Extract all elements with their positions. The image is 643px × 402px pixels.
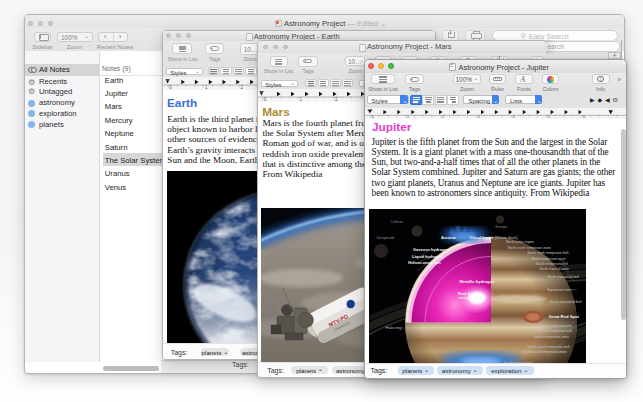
svg-text:Callisto: Callisto	[390, 219, 402, 223]
svg-text:Halo ring: Halo ring	[385, 324, 401, 329]
svg-text:North north temperate belt: North north temperate belt	[527, 251, 568, 255]
svg-text:Metallic hydrogen: Metallic hydrogen	[459, 279, 494, 284]
svg-text:Gaseous hydrogen: Gaseous hydrogen	[413, 246, 450, 251]
svg-text:South-south temperate belt: South-south temperate belt	[527, 345, 569, 349]
svg-text:Great Red Spot: Great Red Spot	[548, 313, 579, 318]
svg-text:South-south temperate zone: South-south temperate zone	[522, 350, 566, 354]
svg-text:North temperate zone: North temperate zone	[531, 256, 565, 260]
svg-text:South temperate zone: South temperate zone	[534, 334, 568, 338]
svg-text:North tropical zone: North tropical zone	[539, 267, 568, 271]
svg-text:Europa: Europa	[495, 224, 508, 228]
svg-text:Aurorae: Aurorae	[441, 234, 457, 239]
svg-text:North equatorial belt: North equatorial belt	[547, 275, 579, 279]
svg-text:South equatorial belt: South equatorial belt	[549, 300, 581, 304]
svg-text:Ganymede: Ganymede	[376, 235, 394, 239]
svg-text:ice core: ice core	[458, 296, 472, 300]
svg-text:Rock &: Rock &	[458, 291, 471, 295]
svg-text:North north temperate zone: North north temperate zone	[508, 246, 551, 250]
svg-text:Equatorial zone: Equatorial zone	[547, 287, 571, 291]
svg-text:Helium-neon rain: Helium-neon rain	[408, 260, 441, 265]
svg-text:Liquid hydrogen: Liquid hydrogen	[412, 253, 444, 258]
svg-text:South temperate belt: South temperate belt	[539, 329, 572, 333]
svg-text:South temperate belt: South temperate belt	[535, 261, 568, 265]
svg-text:South tropical zone: South tropical zone	[541, 323, 571, 327]
svg-text:Cloud layers (50 km thick): Cloud layers (50 km thick)	[469, 234, 518, 239]
